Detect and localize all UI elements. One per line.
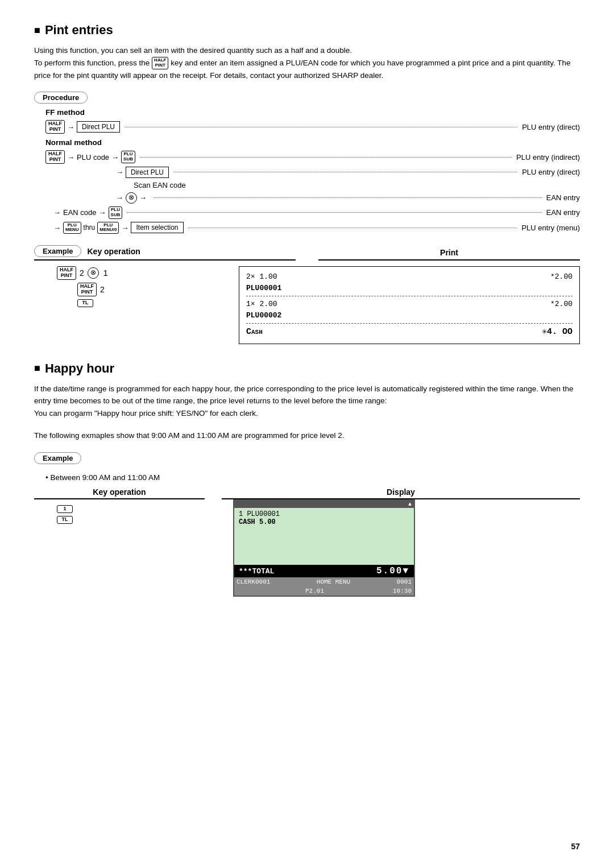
pint-entries-intro-1: Using this function, you can sell an ite… bbox=[34, 44, 580, 81]
half-pint-key-ff: HALFPINT bbox=[45, 120, 65, 134]
print-line-2: PLU00001 bbox=[246, 283, 572, 294]
hh-example-label: Example bbox=[34, 452, 81, 464]
print-l3-right: *2.00 bbox=[550, 299, 572, 310]
half-pint-key-normal: HALFPINT bbox=[45, 150, 65, 164]
pint-entries-section: Pint entries Using this function, you ca… bbox=[34, 23, 580, 344]
key-sequence: HALFPINT 2 ⊗ 1 HALFPINT 2 TL bbox=[57, 266, 205, 307]
normal-row-3b: → ⊗ → EAN entry bbox=[114, 192, 580, 204]
display-box: ▲ 1 PLU00001 CASH 5.00 ***TOTAL 5.00▼ CL… bbox=[233, 499, 415, 597]
ean-circle-x: ⊗ bbox=[126, 192, 137, 204]
normal-row-4: → EAN code → PLUSUB EAN entry bbox=[51, 206, 580, 219]
print-line-1: 2× 1.00 *2.00 bbox=[246, 271, 572, 283]
footer-num: 0001 bbox=[397, 578, 412, 585]
dotted-n3 bbox=[154, 197, 542, 198]
num-1: 1 bbox=[103, 268, 108, 278]
total-label: ***TOTAL bbox=[239, 567, 274, 576]
key-row-3: TL bbox=[77, 299, 93, 307]
procedure-label: Procedure bbox=[34, 92, 88, 104]
direct-plu-ff: Direct PLU bbox=[77, 121, 120, 133]
ff-method-label: FF method bbox=[45, 108, 580, 117]
pint-entries-title: Pint entries bbox=[34, 23, 580, 38]
normal-row-2: → Direct PLU PLU entry (direct) bbox=[114, 167, 580, 178]
happy-hour-intro: If the date/time range is programmed for… bbox=[34, 383, 580, 420]
num-1-key: 1 bbox=[57, 505, 73, 513]
print-line-4: PLU00002 bbox=[246, 310, 572, 321]
example-columns: HALFPINT 2 ⊗ 1 HALFPINT 2 TL bbox=[34, 261, 580, 344]
half-pint-key-ex1: HALFPINT bbox=[57, 266, 76, 280]
print-l1-left: 2× 1.00 bbox=[246, 271, 277, 283]
display-top-bar: ▲ bbox=[234, 501, 414, 508]
print-l5-left: Cash bbox=[246, 326, 263, 339]
display-content: 1 PLU00001 CASH 5.00 bbox=[234, 508, 414, 565]
print-div-1 bbox=[246, 296, 572, 296]
arrow-n4: → bbox=[116, 193, 123, 202]
arrow-n1: → bbox=[67, 153, 74, 162]
dotted-n4 bbox=[127, 212, 541, 213]
key-row-2: HALFPINT 2 bbox=[77, 283, 106, 296]
print-column: 2× 1.00 *2.00 PLU00001 1× 2.00 *2.00 PLU… bbox=[239, 261, 580, 344]
half-pint-key-ex2: HALFPINT bbox=[77, 283, 97, 296]
normal-row-1: HALFPINT → PLU code → PLUSUB PLU entry (… bbox=[45, 150, 580, 164]
display-total-bar: ***TOTAL 5.00▼ bbox=[234, 565, 414, 577]
hh-example-section: Example • Between 9:00 AM and 11:00 AM K… bbox=[34, 452, 580, 597]
hh-key-col: 1 TL bbox=[34, 499, 216, 524]
normal-row-5: → PLUMENU thru PLUMENU/0 → Item selectio… bbox=[51, 222, 580, 234]
tl-key-ex: TL bbox=[77, 299, 93, 307]
arrow-n7: → bbox=[99, 208, 106, 217]
hh-display-col: ▲ 1 PLU00001 CASH 5.00 ***TOTAL 5.00▼ CL… bbox=[233, 499, 580, 597]
plu-sub-key-1: PLUSUB bbox=[121, 151, 135, 163]
dotted-1 bbox=[125, 127, 517, 127]
arrow-n6: → bbox=[53, 208, 61, 217]
dotted-n5 bbox=[188, 228, 517, 228]
procedure-section: Procedure FF method HALFPINT → Direct PL… bbox=[34, 92, 580, 234]
print-l4-left: PLU00002 bbox=[246, 310, 281, 321]
plu-entry-direct-normal: PLU entry (direct) bbox=[522, 168, 580, 176]
happy-hour-title: Happy hour bbox=[34, 361, 580, 376]
display-spacer bbox=[239, 526, 409, 555]
normal-method-label: Normal method bbox=[45, 138, 580, 147]
hh-key-op-header: Key operation bbox=[34, 487, 205, 499]
hh-headers: Key operation Display bbox=[34, 487, 580, 499]
footer-clerk: CLERK0001 bbox=[237, 578, 270, 585]
display-line-1: 1 PLU00001 bbox=[239, 510, 409, 518]
thru-label: thru bbox=[84, 224, 96, 232]
display-footer: CLERK0001 HOME MENU 0001 bbox=[234, 577, 414, 586]
plu-entry-direct-ff: PLU entry (direct) bbox=[522, 123, 580, 131]
normal-row-3: Scan EAN code bbox=[134, 181, 580, 189]
happy-hour-examples-intro: The following exmaples show that 9:00 AM… bbox=[34, 429, 580, 442]
print-l5-right: ✳4. OO bbox=[542, 326, 572, 339]
direct-plu-normal: Direct PLU bbox=[126, 167, 169, 178]
hh-key-op-label: Key operation bbox=[93, 487, 146, 497]
print-l3-left: 1× 2.00 bbox=[246, 299, 277, 310]
footer-home: HOME MENU bbox=[317, 578, 350, 585]
happy-hour-section: Happy hour If the date/time range is pro… bbox=[34, 361, 580, 597]
tl-key-hh: TL bbox=[57, 516, 73, 524]
plu-entry-menu: PLU entry (menu) bbox=[521, 224, 580, 232]
hh-columns: 1 TL ▲ 1 PLU00001 CASH 5.00 bbox=[34, 499, 580, 597]
arrow-n2: → bbox=[111, 153, 119, 162]
item-selection-box: Item selection bbox=[131, 222, 183, 233]
circle-x-ex: ⊗ bbox=[88, 267, 99, 279]
display-indicator: ▲ bbox=[408, 501, 412, 507]
print-l1-right: *2.00 bbox=[550, 271, 572, 283]
hh-key-row-1: 1 bbox=[57, 505, 73, 513]
print-receipt: 2× 1.00 *2.00 PLU00001 1× 2.00 *2.00 PLU… bbox=[239, 266, 580, 344]
plu-menu-key-1: PLUMENU bbox=[63, 222, 81, 234]
ean-entry-2: EAN entry bbox=[546, 208, 580, 217]
print-div-2 bbox=[246, 323, 572, 324]
print-l2-left: PLU00001 bbox=[246, 283, 281, 294]
arrow-1: → bbox=[67, 123, 74, 131]
footer-time: 10:30 bbox=[393, 588, 412, 594]
display-line-2: CASH 5.00 bbox=[239, 518, 409, 526]
arrow-n3: → bbox=[116, 168, 123, 176]
footer-p2: P2.01 bbox=[305, 588, 324, 594]
ean-entry-1: EAN entry bbox=[546, 193, 580, 202]
hh-display-label: Display bbox=[387, 487, 415, 497]
key-op-column: HALFPINT 2 ⊗ 1 HALFPINT 2 TL bbox=[34, 261, 216, 344]
plu-code-label: PLU code bbox=[77, 153, 109, 162]
plu-entry-indirect: PLU entry (indirect) bbox=[516, 153, 580, 162]
page-number: 57 bbox=[571, 842, 580, 851]
half-pint-key-inline: HALFPINT bbox=[152, 57, 168, 69]
ff-method-flow: HALFPINT → Direct PLU PLU entry (direct) bbox=[45, 120, 580, 134]
hh-display-header: Display bbox=[222, 487, 580, 499]
